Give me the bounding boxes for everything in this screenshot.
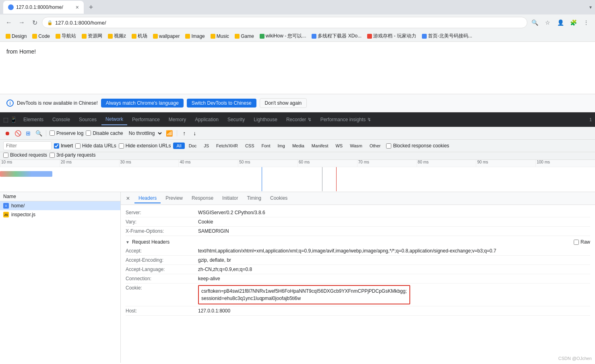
blocked-requests-label[interactable]: Blocked requests xyxy=(3,152,47,158)
third-party-requests-checkbox[interactable] xyxy=(50,153,55,158)
raw-checkbox-label[interactable]: Raw xyxy=(574,239,590,245)
extension-icon[interactable]: 🧩 xyxy=(568,17,579,28)
reload-button[interactable]: ↻ xyxy=(29,17,40,28)
filter-font-button[interactable]: Font xyxy=(258,143,274,149)
tab-performance[interactable]: Performance xyxy=(128,114,164,125)
cookie-highlighted-value: csrftoken=pB4swi21f8l7NNRv1wef5H6FoHpaNN… xyxy=(198,285,410,304)
bookmark-label: 视频z xyxy=(114,33,126,39)
watermark: CSDN @OJchen xyxy=(558,356,592,361)
search-icon[interactable]: 🔍 xyxy=(529,17,540,28)
hide-extension-urls-label[interactable]: Hide extension URLs xyxy=(119,143,171,149)
bookmark-airport[interactable]: 机场 xyxy=(129,32,150,40)
close-detail-button[interactable]: × xyxy=(124,194,132,203)
filter-ws-button[interactable]: WS xyxy=(332,143,346,149)
file-item-inspector[interactable]: JS inspector.js xyxy=(0,210,120,219)
bookmark-northamerica[interactable]: 首页-北美号码接码... xyxy=(419,32,475,40)
filter-all-button[interactable]: All xyxy=(173,143,184,149)
disable-cache-text: Disable cache xyxy=(93,130,123,136)
profile-icon[interactable]: 👤 xyxy=(555,17,566,28)
bookmark-video[interactable]: 视频z xyxy=(105,32,128,40)
always-match-button[interactable]: Always match Chrome's language xyxy=(101,99,184,108)
filter-input[interactable] xyxy=(3,141,52,150)
tab-application[interactable]: Application xyxy=(191,114,223,125)
blocked-cookies-checkbox[interactable] xyxy=(386,143,391,149)
detail-tab-response[interactable]: Response xyxy=(188,194,217,203)
blocked-cookies-label[interactable]: Blocked response cookies xyxy=(386,143,449,149)
search-button[interactable]: 🔍 xyxy=(35,129,43,137)
bookmark-game-save[interactable]: 游戏存档 - 玩家动力 xyxy=(365,32,419,40)
bookmark-image[interactable]: Image xyxy=(183,33,207,40)
record-button[interactable]: ⏺ xyxy=(3,129,11,137)
menu-icon[interactable]: ⋮ xyxy=(581,17,592,28)
detail-tab-headers[interactable]: Headers xyxy=(134,194,161,203)
detail-tab-cookies[interactable]: Cookies xyxy=(266,194,291,203)
new-tab-button[interactable]: + xyxy=(85,2,97,13)
active-tab[interactable]: 127.0.0.1:8000/home/ × xyxy=(3,1,84,14)
bookmark-music[interactable]: Music xyxy=(208,33,231,40)
request-headers-title[interactable]: ▼ Request Headers Raw xyxy=(126,236,590,246)
filter-media-button[interactable]: Media xyxy=(289,143,308,149)
bookmark-wikihow[interactable]: wikiHow - 您可以... xyxy=(257,32,309,40)
clear-button[interactable]: 🚫 xyxy=(14,129,22,137)
tab-close-button[interactable]: × xyxy=(76,4,79,10)
preserve-log-checkbox[interactable] xyxy=(50,130,55,136)
address-box[interactable]: 🔒 127.0.0.1:8000/home/ xyxy=(42,17,527,28)
mobile-icon[interactable]: 📱 xyxy=(10,116,17,123)
bookmark-game[interactable]: Game xyxy=(232,33,256,40)
preserve-log-label[interactable]: Preserve log xyxy=(50,130,83,136)
filter-button[interactable]: ⊞ xyxy=(24,129,32,137)
tab-sources[interactable]: Sources xyxy=(75,114,101,125)
bookmark-resource[interactable]: 资源网 xyxy=(79,32,105,40)
invert-checkbox[interactable] xyxy=(54,143,59,149)
third-party-requests-label[interactable]: 3rd-party requests xyxy=(50,152,95,158)
bookmark-design[interactable]: Design xyxy=(3,33,29,40)
invert-label[interactable]: Invert xyxy=(54,143,73,149)
detail-tab-timing[interactable]: Timing xyxy=(243,194,265,203)
filter-js-button[interactable]: JS xyxy=(200,143,212,149)
header-name-connection: Connection: xyxy=(126,276,198,281)
detail-tab-initiator[interactable]: Initiator xyxy=(218,194,242,203)
dont-show-again-button[interactable]: Don't show again xyxy=(260,98,307,108)
inspect-icon[interactable]: ⬚ xyxy=(3,116,8,123)
export-button[interactable]: ↑ xyxy=(180,129,188,137)
filter-css-button[interactable]: CSS xyxy=(242,143,258,149)
filter-manifest-button[interactable]: Manifest xyxy=(308,143,332,149)
import-button[interactable]: ↓ xyxy=(191,129,199,137)
raw-checkbox[interactable] xyxy=(574,240,579,245)
tab-lighthouse[interactable]: Lighthouse xyxy=(250,114,281,125)
filter-doc-button[interactable]: Doc xyxy=(186,143,200,149)
hide-data-urls-label[interactable]: Hide data URLs xyxy=(75,143,116,149)
bookmark-xdo[interactable]: 多线程下载器 XDo... xyxy=(309,32,364,40)
tab-memory[interactable]: Memory xyxy=(165,114,190,125)
filter-other-button[interactable]: Other xyxy=(366,143,384,149)
filter-fetchxhr-button[interactable]: Fetch/XHR xyxy=(213,143,241,149)
tab-performance-insights[interactable]: Performance insights ↯ xyxy=(316,114,375,125)
disable-cache-checkbox[interactable] xyxy=(86,130,91,136)
filter-wasm-button[interactable]: Wasm xyxy=(347,143,366,149)
header-name-host: Host: xyxy=(126,308,198,314)
bookmark-code[interactable]: Code xyxy=(30,33,52,40)
bookmark-wallpaper[interactable]: wallpaper xyxy=(151,33,182,40)
bookmark-icon xyxy=(6,34,10,39)
hide-extension-urls-checkbox[interactable] xyxy=(119,143,124,149)
bookmark-star-icon[interactable]: ☆ xyxy=(542,17,553,28)
back-button[interactable]: ← xyxy=(3,17,14,28)
hide-data-urls-checkbox[interactable] xyxy=(75,143,81,149)
throttle-select[interactable]: No throttling xyxy=(126,129,163,137)
file-item-home[interactable]: ≡ home/ xyxy=(0,201,120,210)
tab-network[interactable]: Network xyxy=(101,114,127,125)
forward-button[interactable]: → xyxy=(16,17,27,28)
blocked-requests-checkbox[interactable] xyxy=(3,153,8,158)
timeline[interactable]: 10 ms 20 ms 30 ms 40 ms 50 ms 60 ms 70 m… xyxy=(0,160,595,192)
tab-recorder[interactable]: Recorder ↯ xyxy=(282,114,316,125)
wifi-icon[interactable]: 📶 xyxy=(165,129,174,137)
filter-img-button[interactable]: Img xyxy=(275,143,288,149)
tab-security[interactable]: Security xyxy=(223,114,249,125)
tab-elements[interactable]: Elements xyxy=(19,114,48,125)
tab-console[interactable]: Console xyxy=(48,114,74,125)
tick-80: 80 ms xyxy=(417,160,476,167)
switch-to-chinese-button[interactable]: Switch DevTools to Chinese xyxy=(187,99,256,108)
bookmark-nav[interactable]: 导航站 xyxy=(53,32,79,40)
detail-tab-preview[interactable]: Preview xyxy=(161,194,187,203)
disable-cache-label[interactable]: Disable cache xyxy=(86,130,123,136)
